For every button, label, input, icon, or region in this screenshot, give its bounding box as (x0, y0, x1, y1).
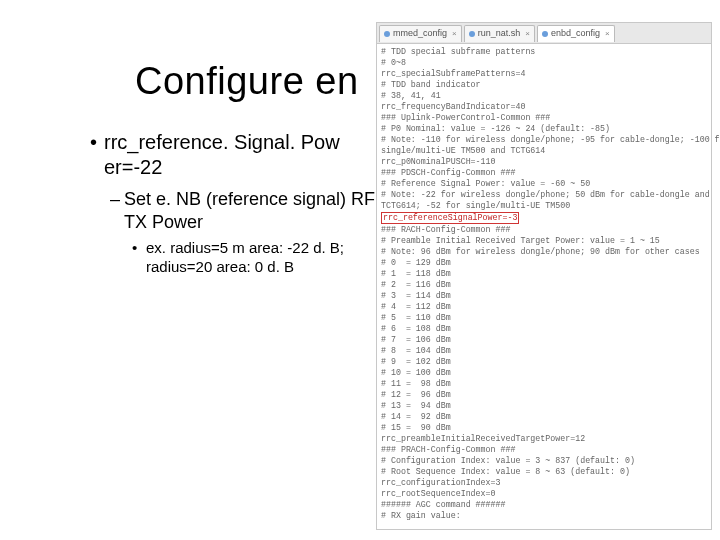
code-line: ### RACH-Config-Common ### (381, 224, 707, 235)
code-line: # Preamble Initial Received Target Power… (381, 235, 707, 246)
bullet-level1: rrc_reference. Signal. Pow er=-22 (104, 130, 380, 180)
file-icon (469, 31, 475, 37)
code-line: rrc_preambleInitialReceivedTargetPower=1… (381, 433, 707, 444)
code-line: # P0 Nominal: value = -126 ~ 24 (default… (381, 123, 707, 134)
code-line: rrc_frequencyBandIndicator=40 (381, 101, 707, 112)
code-line: ### PDSCH-Config-Common ### (381, 167, 707, 178)
code-line: # 9 = 102 dBm (381, 356, 707, 367)
tab-enbd-config[interactable]: enbd_config × (537, 25, 615, 42)
bullet-mark: • (90, 130, 104, 180)
code-line: # RX gain value: (381, 510, 707, 521)
code-line: ### Uplink-PowerControl-Common ### (381, 112, 707, 123)
file-icon (384, 31, 390, 37)
code-line: # 2 = 116 dBm (381, 279, 707, 290)
code-line: rrc_rootSequenceIndex=0 (381, 488, 707, 499)
code-line: # 1 = 118 dBm (381, 268, 707, 279)
bullet-dash: – (110, 188, 124, 233)
bullet-level2: Set e. NB (reference signal) RF TX Power (124, 188, 380, 233)
code-line: # 6 = 108 dBm (381, 323, 707, 334)
code-line: # Note: 96 dBm for wireless dongle/phone… (381, 246, 707, 257)
close-icon[interactable]: × (525, 28, 530, 39)
close-icon[interactable]: × (452, 28, 457, 39)
code-line: # 0 = 129 dBm (381, 257, 707, 268)
code-line: # 13 = 94 dBm (381, 400, 707, 411)
tab-mmed-config[interactable]: mmed_config × (379, 25, 462, 42)
close-icon[interactable]: × (605, 28, 610, 39)
bullet-mark: • (132, 239, 146, 277)
highlighted-line: rrc_referenceSignalPower=-3 (381, 211, 707, 224)
code-line: # 12 = 96 dBm (381, 389, 707, 400)
bullet-list: • rrc_reference. Signal. Pow er=-22 – Se… (90, 130, 380, 277)
code-line: # 5 = 110 dBm (381, 312, 707, 323)
code-line: rrc_p0NominalPUSCH=-110 (381, 156, 707, 167)
bullet-level3: ex. radius=5 m area: -22 d. B; radius=20… (146, 239, 380, 277)
code-line: single/multi-UE TM500 and TCTG614 (381, 145, 707, 156)
tab-label: mmed_config (393, 28, 447, 39)
tab-run-nat[interactable]: run_nat.sh × (464, 25, 535, 42)
tab-label: run_nat.sh (478, 28, 521, 39)
code-line: # 38, 41, 41 (381, 90, 707, 101)
code-line: # 11 = 98 dBm (381, 378, 707, 389)
code-line: # Root Sequence Index: value = 8 ~ 63 (d… (381, 466, 707, 477)
code-line: # 10 = 100 dBm (381, 367, 707, 378)
editor-panel: mmed_config × run_nat.sh × enbd_config ×… (376, 22, 712, 530)
code-line: # Configuration Index: value = 3 ~ 837 (… (381, 455, 707, 466)
code-line: # TDD band indicator (381, 79, 707, 90)
code-line: # 3 = 114 dBm (381, 290, 707, 301)
code-line: # 4 = 112 dBm (381, 301, 707, 312)
code-line: TCTG614; -52 for single/multi-UE TM500 (381, 200, 707, 211)
code-line: # 14 = 92 dBm (381, 411, 707, 422)
code-line: # 15 = 90 dBm (381, 422, 707, 433)
code-line: # 8 = 104 dBm (381, 345, 707, 356)
page-title: Configure en (135, 60, 359, 103)
tab-label: enbd_config (551, 28, 600, 39)
code-line: rrc_specialSubframePatterns=4 (381, 68, 707, 79)
code-line: # 7 = 106 dBm (381, 334, 707, 345)
code-line: # Note: -110 for wireless dongle/phone; … (381, 134, 707, 145)
code-line: # 0~8 (381, 57, 707, 68)
file-icon (542, 31, 548, 37)
code-line: # Note: -22 for wireless dongle/phone; 5… (381, 189, 707, 200)
code-line: # Reference Signal Power: value = -60 ~ … (381, 178, 707, 189)
code-line: rrc_configurationIndex=3 (381, 477, 707, 488)
code-line: ### PRACH-Config-Common ### (381, 444, 707, 455)
tab-bar: mmed_config × run_nat.sh × enbd_config × (377, 23, 711, 44)
code-area[interactable]: # TDD special subframe patterns# 0~8rrc_… (377, 44, 711, 523)
code-line: ###### AGC command ###### (381, 499, 707, 510)
code-line: # TDD special subframe patterns (381, 46, 707, 57)
